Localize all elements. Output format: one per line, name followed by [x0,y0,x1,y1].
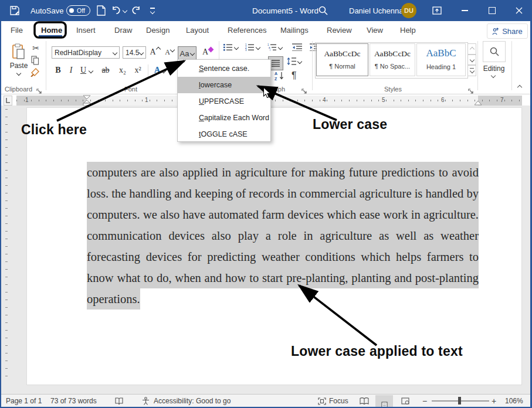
user-name[interactable]: Daniel Uchenna [349,0,404,21]
ribbon-display-options-icon[interactable] [432,0,442,21]
tab-review[interactable]: Review [324,21,354,39]
styles-scroll-up[interactable] [467,43,476,55]
text-effects-dropdown-icon[interactable] [162,69,165,73]
search-icon[interactable] [318,0,328,21]
share-button[interactable]: Share [487,23,528,39]
styles-scroll-down[interactable] [467,54,476,66]
tab-selector[interactable] [4,96,12,106]
styles-dialog-launcher[interactable] [468,86,474,92]
style-heading1[interactable]: AaBbC Heading 1 [416,43,466,76]
paste-dropdown-icon[interactable] [16,71,21,76]
tab-mailings[interactable]: Mailings [278,21,311,39]
tab-draw[interactable]: Draw [112,21,134,39]
tab-file[interactable]: File [8,21,25,39]
zoom-level[interactable]: 106% [505,395,523,407]
title-bar: AutoSave Off Document5 - Word Daniel Uch… [0,0,532,21]
tab-view[interactable]: View [364,21,385,39]
ruler-number: 1 [145,97,148,103]
tab-insert[interactable]: Insert [74,21,98,39]
minimize-button[interactable] [455,0,475,21]
strikethrough-button[interactable]: ab [99,64,113,76]
change-case-button[interactable]: Aa [178,46,196,60]
menu-item-uppercase[interactable]: UPPERCASE [178,93,270,110]
tab-design[interactable]: Design [144,21,172,39]
document-paragraph[interactable]: computers are also applied in agricultur… [87,162,479,310]
font-name-combo[interactable]: RedHatDisplay [52,46,120,59]
styles-more-button[interactable] [467,64,476,76]
bullets-button[interactable] [223,43,238,51]
ruler-number: 7 [500,97,504,103]
menu-item-sentence-case[interactable]: Sentence case. [178,60,270,77]
cut-button[interactable]: ✂ [31,43,41,53]
svg-text:Z: Z [275,77,277,80]
decrease-indent-button[interactable] [292,43,302,51]
style-no-spacing[interactable]: AaBbCcDc ¶ No Spac... [370,43,415,76]
style-normal[interactable]: AaBbCcDc ¶ Normal [316,43,368,76]
tab-references[interactable]: References [225,21,269,39]
paste-button[interactable]: Paste [7,42,31,76]
line-spacing-button[interactable] [287,57,301,65]
autosave-toggle[interactable]: Off [66,0,90,21]
maximize-button[interactable] [482,0,502,21]
underline-button[interactable]: U [79,64,88,76]
clipboard-dialog-launcher[interactable] [36,86,42,92]
superscript-button[interactable]: x² [131,64,144,76]
status-bar: Page 1 of 1 73 of 73 words Accessibility… [0,394,532,407]
menu-item-toggle-case[interactable]: tOGGLE cASE [178,126,270,142]
editing-find-button[interactable] [483,41,506,62]
font-name-dropdown-icon[interactable] [113,50,117,55]
menu-item-capitalize-each-word[interactable]: Capitalize Each Word [178,110,270,126]
change-case-dropdown-icon[interactable] [190,51,195,56]
right-indent-marker[interactable] [475,101,482,106]
sort-a: A [275,72,277,76]
vertical-ruler[interactable] [5,109,8,383]
indent-markers[interactable] [83,95,91,106]
tab-help[interactable]: Help [398,21,418,39]
accessibility-icon[interactable] [142,395,150,407]
multilevel-list-button[interactable]: 1ai [267,43,282,51]
editing-dropdown-icon[interactable] [492,74,495,77]
clear-formatting-button[interactable]: A [201,46,214,59]
close-button[interactable] [509,0,529,21]
new-document-icon[interactable] [97,0,106,21]
sort-button[interactable]: AZ [275,71,285,80]
print-layout-button[interactable] [375,395,393,408]
show-paragraph-marks-button[interactable]: ¶ [292,70,297,81]
page-indicator[interactable]: Page 1 of 1 [6,395,42,407]
avatar[interactable]: DU [401,0,416,21]
quick-access-more-icon[interactable] [150,0,155,21]
svg-text:i: i [270,49,270,51]
undo-button[interactable] [111,0,127,21]
copy-button[interactable] [31,56,39,65]
ruler-number: 1 [25,97,29,103]
paragraph-dialog-launcher[interactable] [301,86,307,92]
save-icon[interactable] [9,0,20,21]
numbering-button[interactable]: 123 [245,43,260,51]
read-mode-button[interactable] [355,395,373,407]
zoom-slider-thumb[interactable] [458,397,461,404]
menu-item-lowercase[interactable]: lowercase [178,77,270,93]
underline-dropdown-icon[interactable] [89,69,93,73]
tab-layout[interactable]: Layout [184,21,211,39]
zoom-out-button[interactable]: − [422,395,427,407]
accessibility-status[interactable]: Accessibility: Good to go [154,395,231,407]
focus-button[interactable]: Focus [318,395,348,407]
redo-button[interactable] [131,0,141,21]
collapse-ribbon-button[interactable] [518,86,521,89]
grow-font-button[interactable]: A [149,46,161,59]
word-count[interactable]: 73 of 73 words [50,395,97,407]
subscript-button[interactable]: x₂ [116,64,129,76]
bold-button[interactable]: B [53,64,63,76]
bullet-list-icon [223,43,232,51]
font-size-combo[interactable]: 14.5 [123,46,146,59]
proofing-icon[interactable] [115,395,123,407]
undo-dropdown-icon[interactable] [123,8,127,13]
shrink-font-button[interactable]: A [164,46,175,59]
zoom-in-button[interactable]: + [492,395,496,407]
format-painter-button[interactable] [31,67,40,77]
italic-button[interactable]: I [66,64,76,76]
editing-group-label[interactable]: Editing [480,64,508,73]
web-layout-button[interactable] [397,395,414,407]
selected-text[interactable]: computers are also applied in agricultur… [87,162,479,310]
font-size-dropdown-icon[interactable] [139,50,144,55]
